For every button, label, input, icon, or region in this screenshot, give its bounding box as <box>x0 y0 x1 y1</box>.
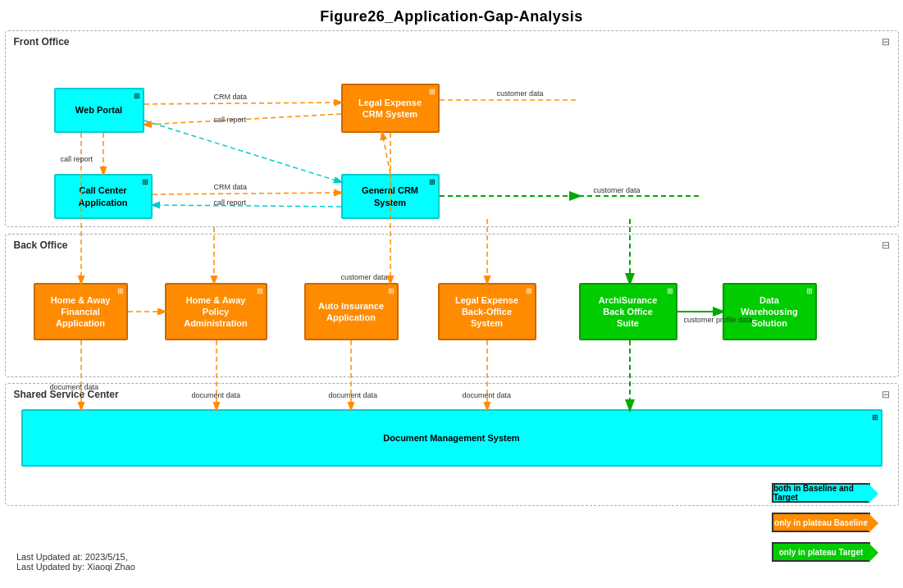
general-crm-label: General CRM System <box>362 185 418 208</box>
legend-baseline-label: only in plateau Baseline <box>774 518 868 527</box>
document-data-label-4: document data <box>463 391 512 399</box>
legend-target-label: only in plateau Target <box>779 548 864 557</box>
dm-icon: ⊞ <box>872 413 878 423</box>
call-report-label-3: call report <box>214 198 247 207</box>
call-center-box[interactable]: Call Center Application ⊞ <box>54 174 153 219</box>
crm-data-label-2: CRM data <box>214 183 248 191</box>
front-office-label: Front Office <box>14 36 70 48</box>
customer-data-label-1: customer data <box>497 89 544 98</box>
document-data-label-3: document data <box>329 391 378 399</box>
back-office-label: Back Office <box>14 239 68 251</box>
call-report-label-2: call report <box>61 155 93 163</box>
legend-both: both in Baseline and Target <box>772 483 878 503</box>
legend-baseline-chevron <box>869 513 878 533</box>
dw-icon: ⊞ <box>806 287 813 297</box>
home-away-policy-box[interactable]: Home & Away Policy Administration ⊞ <box>165 283 267 340</box>
data-warehousing-label: Data Warehousing Solution <box>741 294 797 330</box>
auto-insurance-label: Auto Insurance Application <box>318 300 384 324</box>
legend-both-chevron <box>869 484 878 504</box>
arch-icon: ⊞ <box>667 287 673 297</box>
web-portal-icon: ⊞ <box>134 92 140 102</box>
legal-expense-back-label: Legal Expense Back-Office System <box>455 294 518 330</box>
legal-expense-crm-label: Legal Expense CRM System <box>358 97 422 121</box>
ai-icon: ⊞ <box>388 287 394 297</box>
legend-both-label: both in Baseline and Target <box>773 484 869 502</box>
footer-line1: Last Updated at: 2023/5/15, <box>16 552 135 562</box>
legal-expense-back-box[interactable]: Legal Expense Back-Office System ⊞ <box>438 283 536 340</box>
legal-crm-icon: ⊞ <box>429 88 436 98</box>
document-data-label-2: document data <box>192 391 241 399</box>
call-center-label: Call Center Application <box>79 185 128 208</box>
call-center-icon: ⊞ <box>142 178 148 188</box>
document-mgmt-label: Document Management System <box>383 432 519 444</box>
web-portal-box[interactable]: Web Portal ⊞ <box>54 88 144 133</box>
legend-target-box: only in plateau Target <box>772 542 870 562</box>
call-report-label-1: call report <box>214 116 247 124</box>
general-crm-box[interactable]: General CRM System ⊞ <box>341 174 440 219</box>
hap-icon: ⊞ <box>257 287 263 297</box>
legend-baseline: only in plateau Baseline <box>772 513 878 532</box>
legend-target-chevron <box>869 543 878 563</box>
leb-icon: ⊞ <box>526 287 532 297</box>
diagram-area: Front Office ⊟ Back Office ⊟ Shared Serv… <box>5 30 899 514</box>
home-away-policy-label: Home & Away Policy Administration <box>184 294 248 330</box>
home-away-financial-box[interactable]: Home & Away Financial Application ⊞ <box>34 283 128 340</box>
customer-profile-label: customer profile data <box>684 316 753 324</box>
crm-data-label-1: CRM data <box>214 93 248 101</box>
legend-both-box: both in Baseline and Target <box>772 483 870 503</box>
legal-expense-crm-box[interactable]: Legal Expense CRM System ⊞ <box>341 84 440 133</box>
document-mgmt-box[interactable]: Document Management System ⊞ <box>21 409 882 467</box>
archisurance-label: ArchiSurance Back Office Suite <box>599 294 658 330</box>
customer-data-label-2: customer data <box>594 186 641 194</box>
web-portal-label: Web Portal <box>75 104 122 116</box>
front-office-icon: ⊟ <box>882 36 890 48</box>
legend-baseline-box: only in plateau Baseline <box>772 513 870 532</box>
home-away-financial-label: Home & Away Financial Application <box>51 294 111 330</box>
back-office-icon: ⊟ <box>882 239 890 251</box>
archisurance-box[interactable]: ArchiSurance Back Office Suite ⊞ <box>579 283 677 340</box>
haf-icon: ⊞ <box>117 287 124 297</box>
auto-insurance-box[interactable]: Auto Insurance Application ⊞ <box>304 283 399 340</box>
footer-line2: Last Updated by: Xiaoqi Zhao <box>16 562 135 572</box>
data-warehousing-box[interactable]: Data Warehousing Solution ⊞ <box>723 283 817 340</box>
legend-target: only in plateau Target <box>772 542 878 562</box>
page-title: Figure26_Application-Gap-Analysis <box>0 0 903 30</box>
legend: both in Baseline and Target only in plat… <box>772 483 878 572</box>
general-crm-icon: ⊞ <box>429 178 436 188</box>
footer: Last Updated at: 2023/5/15, Last Updated… <box>16 552 135 572</box>
document-data-label-1: document data <box>50 383 99 391</box>
customer-data-label-3: customer data <box>341 273 388 281</box>
shared-service-icon: ⊟ <box>882 389 890 400</box>
